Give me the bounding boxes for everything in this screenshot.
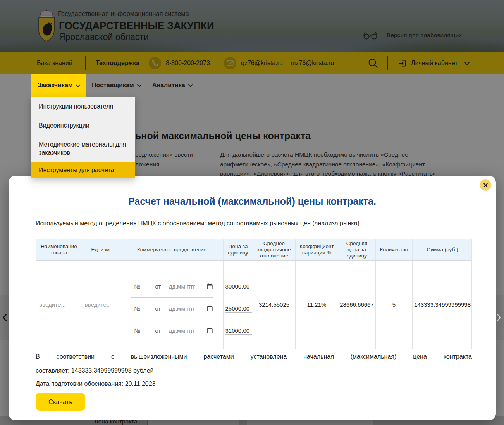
calendar-icon[interactable] — [206, 283, 213, 290]
carousel-prev-button[interactable] — [2, 313, 7, 322]
unit-price-input-1[interactable] — [225, 283, 252, 290]
offer-row-2: от — [131, 298, 213, 320]
unit-price-input-2[interactable] — [225, 305, 252, 313]
chevron-down-icon — [76, 82, 81, 87]
col-header-quantity: Количество — [375, 239, 412, 260]
unit-price-cell — [223, 261, 253, 349]
close-icon — [483, 183, 488, 188]
menu-item-video-instructions[interactable]: Видеоинструкции — [31, 116, 135, 135]
offer-number-input-1[interactable] — [134, 283, 149, 290]
col-header-variation-coeff: Коэффициент вариации % — [295, 239, 338, 260]
unit-price-input-3[interactable] — [225, 327, 252, 335]
table-body-row: от от — [36, 261, 471, 349]
col-header-commercial-offer: Коммерческое предложение — [120, 239, 223, 260]
col-header-sum: Сумма (руб.) — [412, 239, 472, 260]
offer-row-1: от — [131, 268, 213, 298]
carousel-next-button[interactable] — [496, 313, 501, 322]
preparation-date: Дата подготовки обоснования: 20.11.2023 — [36, 380, 156, 387]
offer-from-label: от — [155, 327, 161, 334]
std-deviation-value: 3214.55025 — [253, 261, 295, 349]
col-header-average-price: Средняя цена за единицу — [338, 239, 375, 260]
unit-input[interactable] — [84, 301, 118, 308]
col-header-unit: Ед. изм. — [82, 239, 120, 260]
close-button[interactable] — [480, 179, 491, 191]
menu-item-calculation-tools[interactable]: Инструменты для расчета — [31, 162, 135, 178]
col-header-product-name: Наименование товара — [36, 239, 82, 260]
modal-title: Расчет начальной (максимальной) цены кон… — [9, 196, 496, 207]
product-name-cell — [36, 261, 82, 349]
conclusion-line-1: Всоответствиисвышеизложеннымирасчетамиус… — [36, 353, 472, 360]
download-button[interactable]: Скачать — [36, 393, 85, 411]
page: Государственная информационная система Г… — [0, 0, 504, 425]
offer-from-label: от — [155, 305, 161, 312]
tab-customers[interactable]: Заказчикам — [31, 74, 86, 97]
offer-date-input-2[interactable] — [168, 305, 205, 312]
commercial-offers-cell: от от — [120, 261, 223, 349]
menu-item-methodical-materials[interactable]: Методические материалы для заказчиков — [31, 135, 135, 162]
variation-coeff-value: 11.21% — [295, 261, 338, 349]
calendar-icon[interactable] — [206, 305, 213, 312]
calendar-icon[interactable] — [206, 327, 213, 334]
chevron-left-icon — [2, 313, 7, 322]
col-header-std-deviation: Среднее квадратичное отклонение — [253, 239, 295, 260]
offer-row-3: от — [131, 320, 213, 342]
menu-item-user-instructions[interactable]: Инструкции пользователя — [31, 97, 135, 116]
quantity-value: 5 — [375, 261, 412, 349]
total-sum-value: 143333.34999999998 — [412, 261, 472, 349]
customers-dropdown-menu: Инструкции пользователя Видеоинструкции … — [31, 97, 135, 178]
col-header-unit-price: Цена за единицу — [223, 239, 253, 260]
average-price-value: 28666.66667 — [338, 261, 375, 349]
offer-from-label: от — [155, 283, 161, 290]
chevron-right-icon — [496, 313, 501, 322]
offer-number-input-2[interactable] — [134, 305, 149, 312]
product-name-input[interactable] — [38, 301, 79, 308]
offer-date-input-1[interactable] — [168, 283, 205, 290]
offer-date-input-3[interactable] — [168, 327, 205, 334]
nmck-calculation-modal: Расчет начальной (максимальной) цены кон… — [9, 176, 496, 420]
method-description: Используемый метод определения НМЦК с об… — [36, 220, 361, 227]
offer-number-input-3[interactable] — [134, 327, 149, 334]
unit-cell — [82, 261, 120, 349]
table-header-row: Наименование товара Ед. изм. Коммерческо… — [36, 239, 471, 261]
conclusion-line-2: составляет: 143333.34999999998 рублей — [36, 367, 154, 374]
calculation-table: Наименование товара Ед. изм. Коммерческо… — [36, 239, 472, 349]
